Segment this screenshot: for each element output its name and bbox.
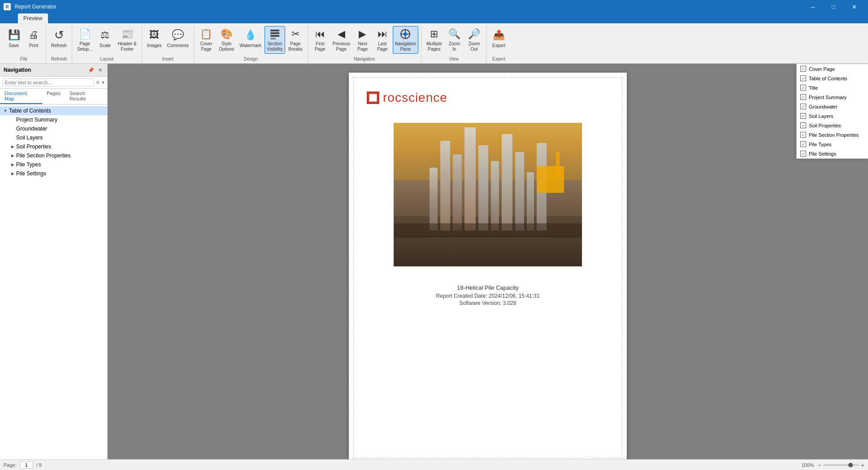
tree-item-pile-settings[interactable]: ▶ Pile Settings — [0, 169, 107, 178]
zoom-slider[interactable] — [823, 464, 859, 466]
scale-button[interactable]: ⚖ Scale — [95, 26, 114, 54]
document-map-tree: ▼ Table of Contents Project Summary Grou… — [0, 104, 107, 459]
watermark-button[interactable]: 💧 Watermark — [237, 26, 264, 54]
logo-text: rocscience — [383, 91, 447, 105]
comments-icon: 💬 — [171, 28, 185, 42]
ribbon-group-design: 📋 CoverPage 🎨 StyleOptions 💧 Watermark — [194, 25, 308, 63]
expand-icon-soil-layers — [9, 134, 16, 141]
sv-item-pile-section-properties[interactable]: ✓ Pile Section Properties — [797, 130, 868, 139]
last-page-button[interactable]: ⏭ LastPage — [373, 26, 392, 54]
sv-item-project-summary[interactable]: ✓ Project Summary — [797, 92, 868, 102]
sv-label-pile-section-properties: Pile Section Properties — [809, 132, 859, 138]
insert-group-label: Insert — [145, 56, 191, 62]
nav-pin-button[interactable]: 📌 — [87, 66, 95, 74]
tab-pages[interactable]: Pages — [42, 89, 65, 104]
sv-item-soil-layers[interactable]: ✓ Soil Layers — [797, 111, 868, 121]
tab-search-results[interactable]: Search Results — [65, 89, 107, 104]
sv-item-pile-types[interactable]: ✓ Pile Types — [797, 139, 868, 149]
save-button[interactable]: 💾 Save — [4, 26, 23, 54]
sv-item-title[interactable]: ✓ Title — [797, 83, 868, 92]
ribbon-group-insert: 🖼 Images 💬 Comments Insert — [142, 25, 194, 63]
section-visibility-label: SectionVisibility — [267, 41, 283, 52]
tree-label-project-summary: Project Summary — [16, 117, 105, 123]
save-icon: 💾 — [7, 28, 21, 42]
tree-label-pile-settings: Pile Settings — [16, 170, 105, 177]
export-button[interactable]: 📤 Export — [489, 26, 508, 54]
multiple-pages-button[interactable]: ⊞ MultiplePages — [424, 26, 444, 54]
page-hero-image — [394, 123, 582, 266]
images-button[interactable]: 🖼 Images — [145, 26, 164, 54]
comments-button[interactable]: 💬 Comments — [165, 26, 191, 54]
sv-item-soil-properties[interactable]: ✓ Soil Properties — [797, 121, 868, 130]
search-clear-button[interactable]: ✕ — [95, 79, 100, 86]
first-page-button[interactable]: ⏮ FirstPage — [311, 26, 330, 54]
page-breaks-button[interactable]: ✂ PageBreaks — [286, 26, 305, 54]
tree-item-soil-layers[interactable]: Soil Layers — [0, 133, 107, 142]
tree-item-project-summary[interactable]: Project Summary — [0, 115, 107, 124]
zoom-in-status-button[interactable]: + — [861, 461, 864, 469]
tab-preview[interactable]: Preview — [18, 13, 48, 23]
sv-item-pile-settings[interactable]: ✓ Pile Settings — [797, 149, 868, 158]
comments-label: Comments — [167, 43, 189, 48]
close-button[interactable]: ✕ — [844, 0, 864, 13]
zoom-slider-thumb[interactable] — [848, 463, 853, 467]
nav-close-button[interactable]: ✕ — [96, 66, 104, 74]
app-icon: R — [4, 3, 11, 10]
minimize-button[interactable]: ─ — [803, 0, 823, 13]
page-setup-button[interactable]: 📄 PageSetup... — [75, 26, 95, 54]
style-options-label: StyleOptions — [219, 41, 234, 52]
cover-page-icon: 📋 — [199, 28, 213, 40]
page-number-input[interactable] — [20, 461, 33, 469]
print-button[interactable]: 🖨 Print — [24, 26, 43, 54]
sv-checkbox-groundwater: ✓ — [800, 104, 806, 109]
maximize-button[interactable]: □ — [823, 0, 844, 13]
expand-icon-toc: ▼ — [2, 107, 9, 114]
section-visibility-button[interactable]: SectionVisibility — [265, 26, 285, 54]
zoom-out-status-button[interactable]: − — [818, 461, 821, 469]
tree-item-pile-types[interactable]: ▶ Pile Types — [0, 160, 107, 169]
search-input[interactable] — [3, 78, 94, 87]
nav-search-bar: ✕ ▾ — [0, 77, 107, 89]
tab-document-map[interactable]: Document Map — [0, 89, 42, 104]
navigation-pane-icon — [398, 28, 412, 40]
cover-page-button[interactable]: 📋 CoverPage — [197, 26, 216, 54]
section-visibility-panel: Section Visibility ✓ Cover Page ✓ Table … — [796, 64, 868, 159]
refresh-button[interactable]: ↺ Refresh — [49, 26, 69, 54]
sv-checkbox-title: ✓ — [800, 85, 806, 91]
status-left: Page: / 9 — [4, 461, 42, 469]
navigation-pane-button[interactable]: NavigationPane — [393, 26, 418, 54]
next-page-button[interactable]: ▶ NextPage — [353, 26, 372, 54]
style-options-icon: 🎨 — [219, 28, 234, 40]
ribbon-group-file: 💾 Save 🖨 Print File — [2, 25, 46, 63]
sv-checkbox-table-of-contents: ✓ — [800, 75, 806, 81]
tree-item-soil-properties[interactable]: ▶ Soil Properties — [0, 142, 107, 151]
page-report-date: Report Created Date: 2024/12/06, 15:41:3… — [436, 293, 540, 299]
ribbon-group-navigation: ⏮ FirstPage ◀ PreviousPage ▶ NextPage ⏭ … — [308, 25, 421, 63]
expand-icon-pile-types: ▶ — [9, 161, 16, 168]
sv-label-groundwater: Groundwater — [809, 104, 838, 109]
next-page-label: NextPage — [357, 41, 368, 52]
section-visibility-icon — [268, 28, 282, 40]
sv-item-cover-page[interactable]: ✓ Cover Page — [797, 64, 868, 74]
tree-item-toc[interactable]: ▼ Table of Contents — [0, 106, 107, 115]
layout-group-label: Layout — [75, 56, 139, 62]
ribbon-group-export: 📤 Export Export — [486, 25, 511, 63]
header-footer-button[interactable]: 📰 Header &Footer — [115, 26, 139, 54]
style-options-button[interactable]: 🎨 StyleOptions — [217, 26, 236, 54]
status-bar: Page: / 9 100% − + — [0, 459, 868, 470]
zoom-out-button[interactable]: 🔎 ZoomOut — [464, 26, 483, 54]
export-label: Export — [492, 43, 505, 48]
zoom-in-button[interactable]: 🔍 ZoomIn — [445, 26, 464, 54]
tree-item-groundwater[interactable]: Groundwater — [0, 124, 107, 133]
last-page-label: LastPage — [377, 41, 387, 52]
search-dropdown-button[interactable]: ▾ — [102, 79, 104, 86]
sv-item-groundwater[interactable]: ✓ Groundwater — [797, 102, 868, 111]
ribbon-group-view: ⊞ MultiplePages 🔍 ZoomIn 🔎 ZoomOut View — [421, 25, 486, 63]
tree-item-pile-section-properties[interactable]: ▶ Pile Section Properties — [0, 151, 107, 160]
sv-item-table-of-contents[interactable]: ✓ Table of Contents — [797, 74, 868, 83]
nav-tabs: Document Map Pages Search Results — [0, 89, 107, 104]
export-group-label: Export — [489, 56, 508, 62]
window-controls: ─ □ ✕ — [803, 0, 864, 13]
page-label: Page: — [4, 462, 17, 468]
previous-page-button[interactable]: ◀ PreviousPage — [330, 26, 352, 54]
